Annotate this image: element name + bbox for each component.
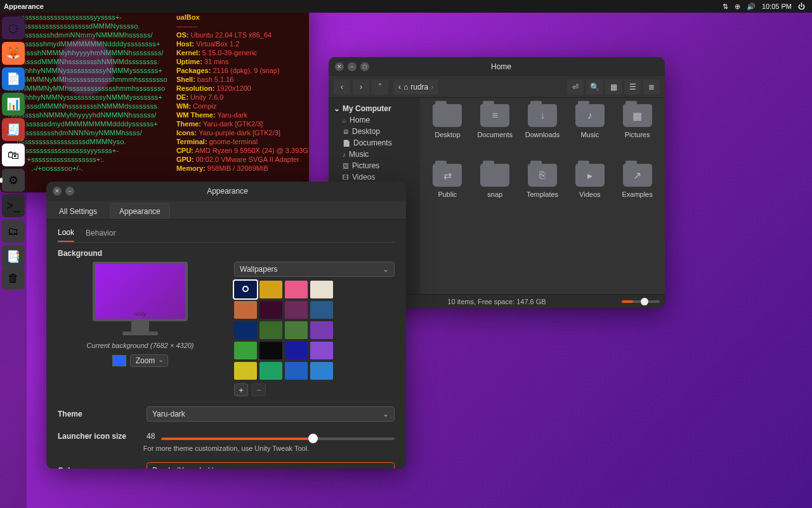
nav-back-button[interactable]: ‹ <box>334 79 350 95</box>
folder-label: Templates <box>527 190 558 198</box>
folder-icon: 🖼 <box>343 163 349 170</box>
tweak-tool-hint: For more theme customization, use Unity … <box>58 444 395 452</box>
wallpaper-thumb[interactable] <box>310 301 333 319</box>
wallpaper-thumb[interactable] <box>310 342 333 359</box>
wallpaper-thumb[interactable] <box>310 281 333 298</box>
launcher-writer[interactable]: 📄 <box>2 67 25 90</box>
sidebar-heading[interactable]: ⌄My Computer <box>334 104 415 113</box>
wallpaper-thumbnails <box>234 281 395 380</box>
search-button[interactable]: 🔍 <box>586 79 603 95</box>
accent-color-select[interactable]: Purple (Yaru-dark) <box>147 462 395 469</box>
sidebar-item-home[interactable]: ⌂Home <box>334 114 415 126</box>
launcher-libreoffice[interactable]: 📑 <box>2 245 25 268</box>
folder-public[interactable]: ⇄Public <box>425 164 470 221</box>
wallpaper-thumb[interactable] <box>234 342 257 359</box>
remove-wallpaper-button[interactable]: − <box>252 384 266 396</box>
launcher-software[interactable]: 🛍 <box>2 144 25 166</box>
path-bar[interactable]: ‹ ⌂ rudra › <box>393 79 438 95</box>
folder-label: Desktop <box>435 131 460 138</box>
wallpaper-thumb[interactable] <box>234 301 257 319</box>
minimize-icon[interactable]: − <box>65 187 74 196</box>
wallpaper-thumb[interactable] <box>234 362 257 380</box>
folder-label: Public <box>438 190 457 198</box>
launcher-ubuntu-dash[interactable]: ◌ <box>2 17 25 39</box>
top-panel: Appearance ⇅ ⊕ 🔊 10:05 PM ⏻ <box>0 0 812 13</box>
folder-snap[interactable]: snap <box>473 164 518 221</box>
indicator-session-icon[interactable]: ⏻ <box>798 3 805 10</box>
appearance-crumb[interactable]: Appearance <box>110 203 170 219</box>
wallpaper-thumb[interactable] <box>259 342 282 359</box>
sidebar-item-desktop[interactable]: 🖥Desktop <box>334 126 415 137</box>
trash-icon[interactable]: 🗑 <box>2 267 25 290</box>
folder-music[interactable]: ♪Music <box>567 104 612 161</box>
launcher-files[interactable]: 🗂 <box>2 220 25 243</box>
color-label: Color <box>58 466 140 469</box>
wallpaper-thumb[interactable] <box>285 321 308 339</box>
close-icon[interactable]: ✕ <box>53 187 62 196</box>
files-zoom-slider[interactable] <box>622 300 660 303</box>
close-icon[interactable]: ✕ <box>335 62 344 71</box>
wallpaper-thumb[interactable] <box>234 281 257 298</box>
folder-icon: ▦ <box>623 104 652 127</box>
view-compact-button[interactable]: ≣ <box>643 79 660 95</box>
appearance-titlebar[interactable]: ✕ − Appearance <box>46 182 406 201</box>
indicator-keyboard-icon[interactable]: ⊕ <box>735 3 740 11</box>
wallpaper-thumb[interactable] <box>285 362 308 380</box>
open-terminal-button[interactable]: ⏎ <box>567 79 584 95</box>
wallpaper-thumb[interactable] <box>259 362 282 380</box>
wallpaper-thumb[interactable] <box>259 301 282 319</box>
indicator-sound-icon[interactable]: 🔊 <box>747 3 756 11</box>
terminal-window[interactable]: .:+ssssssssssssssssss+:. -+sssssssssssss… <box>0 0 309 192</box>
nav-forward-button[interactable]: › <box>353 79 369 95</box>
minimize-icon[interactable]: − <box>348 62 357 71</box>
background-preview: unity Current background (7682 × 4320) Z… <box>58 262 223 396</box>
panel-active-app: Appearance <box>4 3 44 10</box>
add-wallpaper-button[interactable]: + <box>234 384 248 396</box>
folder-documents[interactable]: ≡Documents <box>473 104 518 161</box>
wallpaper-source-select[interactable]: Wallpapers <box>234 262 395 277</box>
wallpaper-thumb[interactable] <box>285 342 308 359</box>
folder-pictures[interactable]: ▦Pictures <box>615 104 660 161</box>
launcher-terminal[interactable]: >_ <box>2 194 25 217</box>
icon-size-slider[interactable] <box>161 438 395 440</box>
bg-color-swatch[interactable] <box>112 355 126 366</box>
tab-look[interactable]: Look <box>58 228 74 242</box>
nav-up-button[interactable]: ˄ <box>372 79 388 95</box>
wallpaper-thumb[interactable] <box>285 301 308 319</box>
wallpaper-thumb[interactable] <box>234 321 257 339</box>
wallpaper-thumb[interactable] <box>310 362 333 380</box>
view-list-button[interactable]: ☰ <box>624 79 641 95</box>
wallpaper-blob <box>57 38 114 95</box>
folder-templates[interactable]: ⎘Templates <box>520 164 565 221</box>
folder-examples[interactable]: ↗Examples <box>615 164 660 221</box>
launcher-icon-size-label: Launcher icon size <box>58 432 140 441</box>
path-chevron-icon: › <box>431 83 433 91</box>
wallpaper-thumb[interactable] <box>259 281 282 298</box>
wallpaper-thumb[interactable] <box>310 321 333 339</box>
launcher-impress[interactable]: 🧾 <box>2 118 25 141</box>
sidebar-item-music[interactable]: ♪Music <box>334 149 415 160</box>
theme-select[interactable]: Yaru-dark <box>147 406 395 422</box>
sidebar-item-pictures[interactable]: 🖼Pictures <box>334 160 415 171</box>
neofetch-ascii-art: .:+ssssssssssssssssss+:. -+sssssssssssss… <box>6 4 167 192</box>
sidebar-item-documents[interactable]: 📄Documents <box>334 137 415 149</box>
files-titlebar[interactable]: ✕ − □ Home <box>329 57 665 76</box>
folder-desktop[interactable]: Desktop <box>425 104 470 161</box>
folder-label: Pictures <box>625 131 650 138</box>
files-title: Home <box>376 62 627 71</box>
folder-videos[interactable]: ▸Videos <box>567 164 612 221</box>
view-grid-button[interactable]: ▦ <box>605 79 622 95</box>
launcher-settings[interactable]: ⚙ <box>2 169 25 192</box>
wallpaper-thumb[interactable] <box>259 321 282 339</box>
maximize-icon[interactable]: □ <box>360 62 369 71</box>
panel-clock[interactable]: 10:05 PM <box>762 3 792 10</box>
launcher-firefox[interactable]: 🦊 <box>2 42 25 65</box>
tab-behavior[interactable]: Behavior <box>86 229 115 241</box>
folder-downloads[interactable]: ↓Downloads <box>520 104 565 161</box>
launcher-calc[interactable]: 📊 <box>2 93 25 116</box>
indicator-network-icon[interactable]: ⇅ <box>723 3 728 11</box>
all-settings-button[interactable]: All Settings <box>50 203 106 219</box>
background-mode-select[interactable]: Zoom <box>130 354 169 367</box>
wallpaper-thumb[interactable] <box>285 281 308 298</box>
files-status-text: 10 items, Free space: 147.6 GB <box>447 298 546 305</box>
